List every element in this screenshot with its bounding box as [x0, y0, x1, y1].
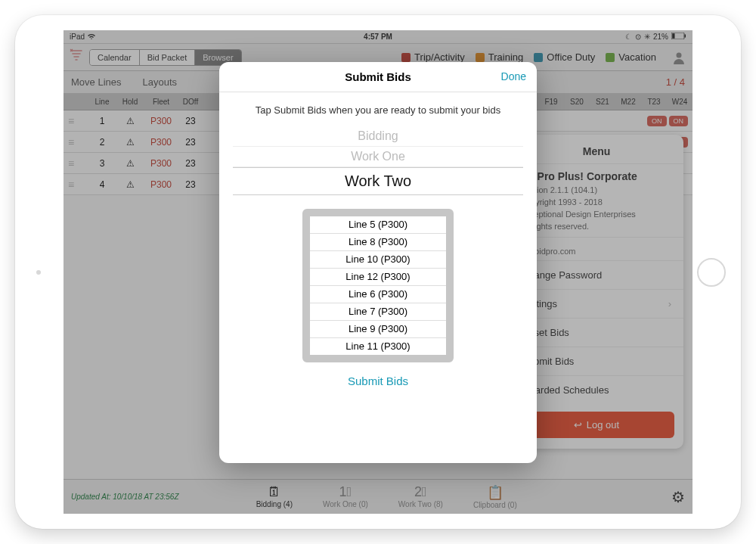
list-item: Line 7 (P300)	[310, 303, 446, 321]
list-item: Line 11 (P300)	[310, 338, 446, 355]
camera-dot	[36, 270, 41, 275]
list-item: Line 9 (P300)	[310, 321, 446, 338]
modal-hint: Tap Submit Bids when you are ready to su…	[248, 101, 508, 126]
submit-bids-button[interactable]: Submit Bids	[348, 362, 408, 392]
list-item: Line 8 (P300)	[310, 234, 446, 251]
home-button[interactable]	[697, 258, 726, 287]
modal-header: Submit Bids Done	[219, 62, 537, 92]
picker-option[interactable]: Bidding	[233, 126, 523, 147]
modal-title: Submit Bids	[228, 70, 528, 83]
bid-lines-list: Line 5 (P300) Line 8 (P300) Line 10 (P30…	[302, 209, 454, 362]
list-item: Line 5 (P300)	[310, 216, 446, 234]
submit-bids-modal: Submit Bids Done Tap Submit Bids when yo…	[219, 62, 537, 463]
list-item: Line 6 (P300)	[310, 286, 446, 303]
screen: iPad 4:57 PM ☾ ⊙ ✳ 21% Calend	[64, 30, 692, 514]
done-button[interactable]: Done	[501, 70, 526, 82]
ipad-frame: iPad 4:57 PM ☾ ⊙ ✳ 21% Calend	[15, 15, 741, 529]
picker-option[interactable]: Work One	[233, 147, 523, 167]
work-picker[interactable]: Bidding Work One Work Two	[233, 126, 523, 195]
list-item: Line 10 (P300)	[310, 251, 446, 269]
list-item: Line 12 (P300)	[310, 269, 446, 286]
picker-option-selected[interactable]: Work Two	[233, 167, 523, 195]
